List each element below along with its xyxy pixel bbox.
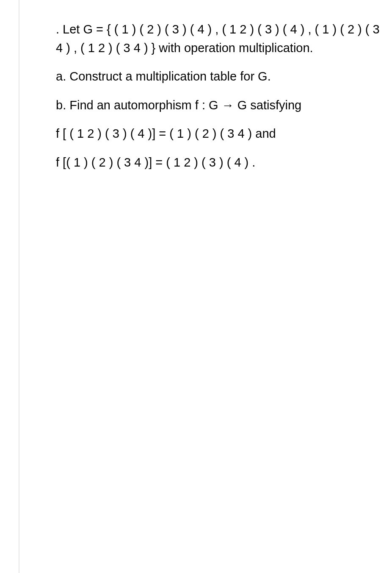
problem-part-b: b. Find an automorphism f : G → G satisf… (56, 96, 388, 115)
problem-intro: . Let G = { ( 1 ) ( 2 ) ( 3 ) ( 4 ) , ( … (56, 20, 388, 57)
problem-part-a: a. Construct a multiplication table for … (56, 67, 388, 86)
page-container: . Let G = { ( 1 ) ( 2 ) ( 3 ) ( 4 ) , ( … (0, 0, 392, 573)
problem-condition-1: f [ ( 1 2 ) ( 3 ) ( 4 )] = ( 1 ) ( 2 ) (… (56, 125, 388, 143)
problem-condition-2: f [( 1 ) ( 2 ) ( 3 4 )] = ( 1 2 ) ( 3 ) … (56, 153, 388, 172)
left-margin-border (19, 0, 19, 573)
problem-content: . Let G = { ( 1 ) ( 2 ) ( 3 ) ( 4 ) , ( … (56, 20, 388, 182)
